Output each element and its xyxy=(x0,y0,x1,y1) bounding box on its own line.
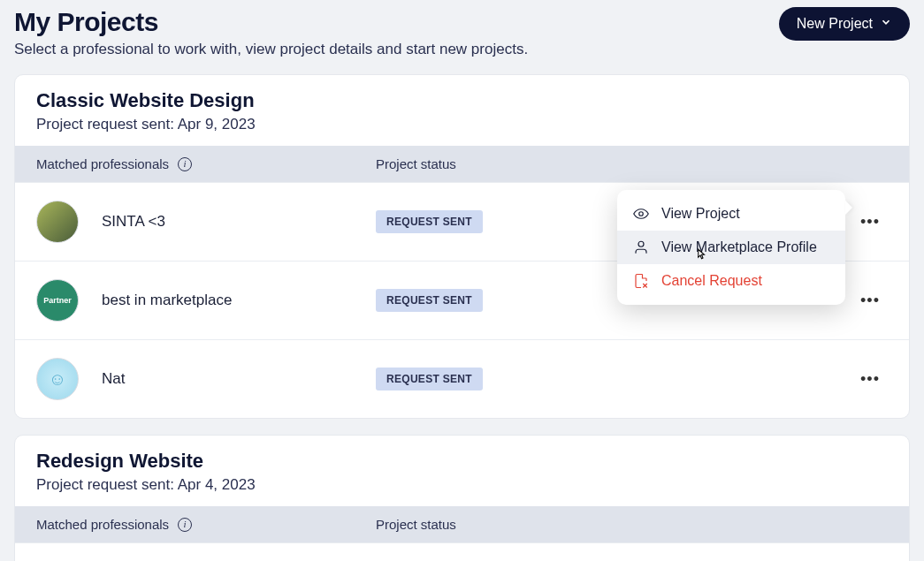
project-title: Classic Website Design xyxy=(36,89,888,112)
professional-row: WiX Guy H CANCELED ••• xyxy=(15,542,909,561)
menu-item-cancel-request[interactable]: Cancel Request xyxy=(617,264,845,298)
user-icon xyxy=(633,239,649,255)
more-actions-button[interactable]: ••• xyxy=(857,288,883,314)
menu-item-label: View Marketplace Profile xyxy=(661,239,817,255)
avatar: Partner xyxy=(36,279,79,322)
chevron-down-icon xyxy=(880,16,892,32)
column-headers: Matched professionals i Project status xyxy=(15,506,909,542)
page-header: My Projects Select a professional to wor… xyxy=(14,0,910,74)
professional-row: Nat REQUEST SENT ••• xyxy=(15,339,909,418)
new-project-label: New Project xyxy=(797,16,873,32)
column-status-label: Project status xyxy=(376,156,888,171)
page-title: My Projects xyxy=(14,7,528,37)
project-sent-label: Project request sent: Apr 4, 2023 xyxy=(36,476,888,494)
column-matched-label: Matched professionals xyxy=(36,517,169,532)
menu-item-view-profile[interactable]: View Marketplace Profile xyxy=(617,231,845,264)
column-headers: Matched professionals i Project status xyxy=(15,146,909,182)
project-card: Redesign Website Project request sent: A… xyxy=(14,435,910,561)
ellipsis-icon: ••• xyxy=(860,292,880,309)
cancel-file-icon xyxy=(633,273,649,289)
project-sent-label: Project request sent: Apr 9, 2023 xyxy=(36,116,888,133)
avatar xyxy=(36,358,79,400)
avatar xyxy=(36,201,79,243)
column-status-label: Project status xyxy=(376,517,888,532)
professional-row: SINTA <3 REQUEST SENT ••• View Project xyxy=(15,182,909,261)
info-icon[interactable]: i xyxy=(178,157,192,171)
ellipsis-icon: ••• xyxy=(860,213,880,231)
status-badge: REQUEST SENT xyxy=(376,210,483,233)
new-project-button[interactable]: New Project xyxy=(779,7,910,41)
status-badge: REQUEST SENT xyxy=(376,289,483,312)
professional-name: best in marketplace xyxy=(102,292,232,309)
menu-item-view-project[interactable]: View Project xyxy=(617,197,845,231)
svg-point-1 xyxy=(638,241,644,246)
page-subtitle: Select a professional to work with, view… xyxy=(14,41,528,58)
svg-point-0 xyxy=(639,212,644,216)
eye-icon xyxy=(633,206,649,222)
column-matched-label: Matched professionals xyxy=(36,156,169,171)
project-card: Classic Website Design Project request s… xyxy=(14,74,910,419)
more-actions-button[interactable]: ••• xyxy=(857,367,883,392)
ellipsis-icon: ••• xyxy=(860,370,880,388)
info-icon[interactable]: i xyxy=(178,518,192,532)
project-title: Redesign Website xyxy=(36,450,888,473)
more-actions-button[interactable]: ••• xyxy=(857,209,883,235)
professional-name: Nat xyxy=(102,370,125,388)
status-badge: REQUEST SENT xyxy=(376,368,483,390)
professional-name: SINTA <3 xyxy=(102,213,165,231)
menu-item-label: Cancel Request xyxy=(661,273,762,289)
row-actions-menu: View Project View Marketplace Profile C xyxy=(617,190,845,305)
menu-item-label: View Project xyxy=(661,206,740,222)
